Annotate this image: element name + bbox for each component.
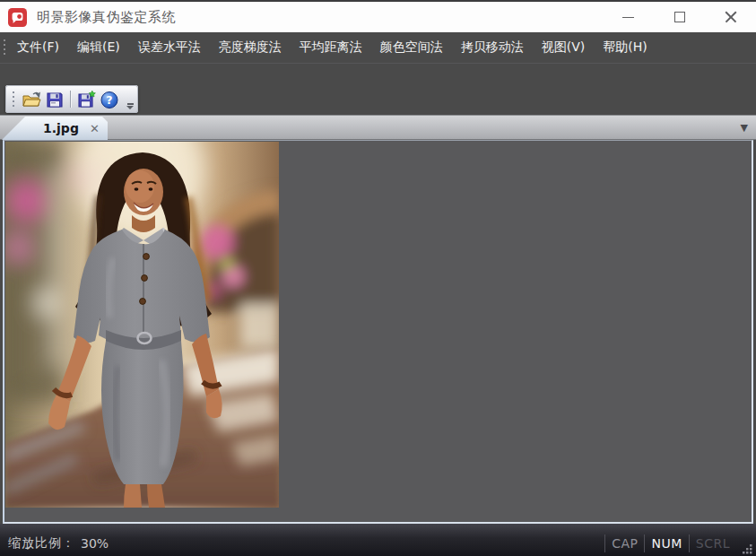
window-controls — [603, 2, 756, 32]
keyboard-indicators: CAP NUM SCRL — [604, 534, 736, 553]
minimize-button[interactable] — [603, 2, 654, 32]
tab-close-icon[interactable]: ✕ — [90, 123, 100, 135]
maximize-icon — [674, 12, 685, 22]
menu-error-level-analysis[interactable]: 误差水平法 — [131, 34, 208, 61]
menu-view[interactable]: 视图(V) — [534, 34, 593, 61]
menu-average-distance[interactable]: 平均距离法 — [292, 34, 369, 61]
resize-grip-icon[interactable] — [740, 542, 754, 556]
toolbar: ? — [5, 85, 138, 113]
svg-text:?: ? — [106, 93, 112, 107]
tab-label: 1.jpg — [43, 121, 79, 135]
save-floppy-icon — [45, 90, 65, 109]
close-button[interactable] — [705, 2, 756, 32]
save-as-button[interactable] — [74, 88, 98, 111]
menu-bar: 文件(F) 编辑(E) 误差水平法 亮度梯度法 平均距离法 颜色空间法 拷贝移动… — [0, 32, 756, 63]
tab-list-dropdown-icon[interactable]: ▼ — [741, 122, 748, 134]
maximize-button[interactable] — [654, 2, 705, 32]
open-file-button[interactable] — [20, 88, 43, 111]
toolbar-separator — [70, 91, 71, 108]
minimize-icon — [622, 17, 634, 18]
close-icon — [725, 11, 737, 23]
menubar-grip[interactable] — [3, 39, 6, 56]
document-canvas — [3, 140, 753, 524]
title-bar: 明景影像真伪鉴定系统 — [0, 2, 756, 32]
save-button[interactable] — [43, 88, 66, 111]
save-as-floppy-icon — [76, 90, 96, 109]
zoom-ratio-value: 30% — [81, 536, 109, 551]
tab-1jpg[interactable]: 1.jpg ✕ — [2, 117, 108, 140]
menu-file[interactable]: 文件(F) — [10, 34, 66, 61]
toolbar-overflow-icon[interactable] — [126, 103, 135, 109]
window-title: 明景影像真伪鉴定系统 — [37, 9, 176, 26]
help-icon: ? — [100, 90, 119, 109]
caps-lock-indicator: CAP — [604, 534, 644, 552]
status-bar: 缩放比例： 30% CAP NUM SCRL — [0, 524, 756, 556]
num-lock-indicator: NUM — [644, 534, 688, 552]
app-window: 明景影像真伪鉴定系统 文件(F) 编辑(E) 误差水平法 亮度梯度法 平均距离法… — [0, 0, 756, 556]
toolbar-dock: ? — [0, 63, 756, 115]
menu-edit[interactable]: 编辑(E) — [70, 34, 127, 61]
tab-bar: 1.jpg ✕ ▼ — [0, 115, 756, 140]
menu-copy-move[interactable]: 拷贝移动法 — [454, 34, 531, 61]
content-area — [0, 140, 756, 524]
scroll-lock-indicator: SCRL — [689, 534, 736, 552]
open-folder-icon — [22, 90, 41, 109]
menu-help[interactable]: 帮助(H) — [595, 34, 654, 61]
photo-1jpg — [5, 142, 279, 508]
menu-color-space[interactable]: 颜色空间法 — [373, 34, 450, 61]
help-button[interactable]: ? — [98, 88, 121, 111]
menu-luminance-gradient[interactable]: 亮度梯度法 — [212, 34, 289, 61]
toolbar-grip[interactable] — [12, 91, 15, 108]
app-icon — [8, 8, 27, 27]
zoom-ratio-label: 缩放比例： — [8, 535, 75, 552]
